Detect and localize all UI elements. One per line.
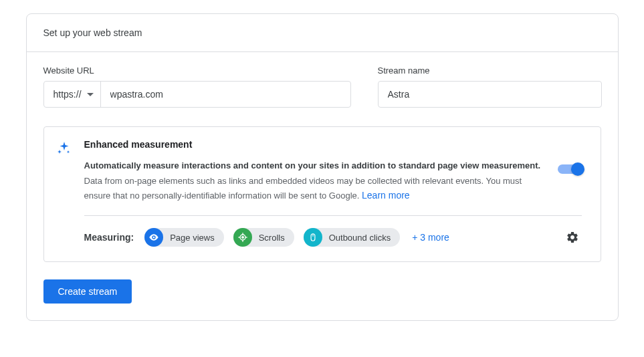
protocol-value: https:// bbox=[53, 89, 82, 100]
chevron-down-icon bbox=[87, 93, 94, 96]
stream-name-wrapper bbox=[378, 81, 602, 108]
enhanced-title: Enhanced measurement bbox=[84, 139, 582, 150]
panel-top: Enhanced measurement Automatically measu… bbox=[56, 139, 582, 247]
gear-icon bbox=[566, 231, 579, 244]
enhanced-description: Automatically measure interactions and c… bbox=[84, 159, 544, 203]
card-body: Website URL https:// Stream name bbox=[27, 52, 618, 320]
website-url-label: Website URL bbox=[43, 66, 351, 76]
divider bbox=[84, 215, 582, 216]
enhanced-measurement-panel: Enhanced measurement Automatically measu… bbox=[43, 126, 601, 262]
stream-name-group: Stream name bbox=[378, 66, 602, 108]
target-icon bbox=[233, 228, 252, 247]
measuring-row: Measuring: Page views Scrolls bbox=[84, 228, 582, 247]
chip-scrolls: Scrolls bbox=[233, 228, 294, 247]
panel-content: Enhanced measurement Automatically measu… bbox=[84, 139, 582, 247]
sparkle-icon bbox=[56, 139, 72, 247]
stream-name-input[interactable] bbox=[379, 82, 601, 107]
measuring-label: Measuring: bbox=[84, 232, 134, 243]
more-events-link[interactable]: + 3 more bbox=[412, 232, 449, 243]
website-url-group: Website URL https:// bbox=[43, 66, 351, 108]
panel-row: Automatically measure interactions and c… bbox=[84, 159, 582, 203]
chip-label: Page views bbox=[170, 233, 214, 243]
eye-icon bbox=[144, 228, 163, 247]
card-title: Set up your web stream bbox=[43, 27, 142, 38]
setup-web-stream-card: Set up your web stream Website URL https… bbox=[26, 13, 619, 321]
chip-page-views: Page views bbox=[144, 228, 223, 247]
form-row: Website URL https:// Stream name bbox=[43, 66, 601, 108]
learn-more-link[interactable]: Learn more bbox=[362, 190, 410, 201]
card-header: Set up your web stream bbox=[27, 14, 618, 52]
chip-outbound-clicks: Outbound clicks bbox=[304, 228, 401, 247]
chip-label: Scrolls bbox=[259, 233, 285, 243]
svg-point-1 bbox=[241, 237, 243, 239]
website-url-input[interactable] bbox=[101, 82, 350, 107]
create-stream-button[interactable]: Create stream bbox=[43, 279, 132, 304]
enhanced-desc-plain: Data from on-page elements such as links… bbox=[84, 174, 544, 204]
settings-button[interactable] bbox=[563, 228, 582, 247]
protocol-select[interactable]: https:// bbox=[44, 82, 101, 107]
enhanced-desc-bold: Automatically measure interactions and c… bbox=[84, 159, 544, 172]
stream-name-label: Stream name bbox=[378, 66, 602, 76]
mouse-icon bbox=[304, 228, 322, 247]
enhanced-toggle[interactable] bbox=[558, 164, 582, 174]
url-input-combo: https:// bbox=[43, 81, 351, 108]
chip-label: Outbound clicks bbox=[329, 233, 391, 243]
